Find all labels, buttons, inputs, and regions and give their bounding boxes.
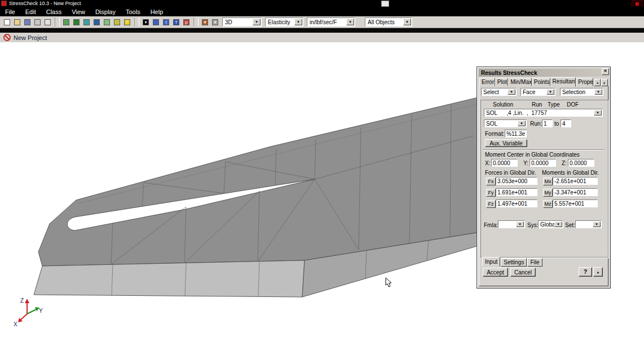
- cancel-button[interactable]: Cancel: [510, 268, 536, 277]
- objects-filter-combo[interactable]: All Objects ▼: [365, 17, 412, 26]
- section-tool-icon[interactable]: I: [161, 17, 171, 26]
- dropdown-arrow-icon[interactable]: ▼: [594, 89, 602, 95]
- dropdown-arrow-icon[interactable]: ▼: [403, 19, 411, 25]
- tab-file[interactable]: File: [527, 258, 542, 267]
- moment-x-field[interactable]: 0.0000: [491, 159, 518, 167]
- database-icon[interactable]: [92, 17, 102, 26]
- tab-error[interactable]: Error: [479, 78, 495, 86]
- mz-button[interactable]: Mz: [543, 200, 553, 208]
- open-file-icon[interactable]: [12, 17, 22, 26]
- dropdown-arrow-icon[interactable]: ▼: [253, 19, 261, 25]
- menu-class[interactable]: Class: [41, 8, 67, 15]
- project-tab-label[interactable]: New Project: [14, 34, 47, 41]
- dialog-title: Results StressCheck: [481, 70, 537, 76]
- text-tool-icon[interactable]: T: [171, 17, 181, 26]
- save-file-icon[interactable]: [23, 17, 32, 26]
- format-field[interactable]: %11.3e: [505, 130, 527, 138]
- my-field[interactable]: -3.347e+001: [553, 188, 598, 196]
- menu-edit[interactable]: Edit: [20, 8, 41, 15]
- formula-icon[interactable]: [112, 17, 122, 26]
- set-combo[interactable]: ▼: [575, 220, 602, 228]
- tab-properties[interactable]: Prope: [576, 78, 593, 86]
- toolbar-separator: [134, 17, 139, 26]
- fmla-combo[interactable]: ▼: [498, 220, 525, 228]
- my-button[interactable]: My: [543, 189, 553, 197]
- axis-label-y: Y: [39, 308, 43, 314]
- sol-combo[interactable]: SOL ▼: [484, 119, 527, 127]
- points-tool-icon[interactable]: p: [182, 17, 191, 26]
- select-mode-combo[interactable]: Select ▼: [481, 88, 517, 96]
- fy-button[interactable]: Fy: [486, 189, 496, 197]
- fx-field[interactable]: 3.053e+000: [496, 177, 537, 185]
- sys-combo[interactable]: Global ▼: [538, 220, 563, 228]
- selection-combo[interactable]: Selection ▼: [560, 88, 603, 96]
- help-button[interactable]: ?: [579, 267, 592, 277]
- new-file-icon[interactable]: [2, 17, 12, 26]
- model-info-icon[interactable]: [82, 17, 91, 26]
- dropdown-arrow-icon[interactable]: ▼: [294, 19, 302, 25]
- aux-variable-button[interactable]: Aux. Variable: [485, 139, 527, 147]
- moment-y-field[interactable]: 0.0000: [530, 159, 556, 167]
- print-icon[interactable]: [33, 17, 42, 26]
- moment-z-field[interactable]: 0.0000: [568, 159, 594, 167]
- tab-resultant[interactable]: Resultant: [550, 77, 576, 87]
- bottom-tab-strip: Input Settings File: [482, 257, 543, 267]
- mz-field[interactable]: 5.557e+001: [553, 199, 598, 207]
- fx-button[interactable]: Fx: [486, 178, 496, 185]
- project-tab-bar: New Project: [0, 33, 644, 43]
- draw-tool-icon[interactable]: [151, 17, 161, 26]
- tab-settings[interactable]: Settings: [501, 258, 527, 267]
- dropdown-arrow-icon[interactable]: ▼: [546, 89, 554, 95]
- menu-file[interactable]: File: [0, 8, 20, 15]
- options-icon[interactable]: ▾: [210, 17, 220, 26]
- export-db-icon[interactable]: [72, 17, 81, 26]
- run-to-field[interactable]: 4: [561, 119, 571, 127]
- dimension-combo[interactable]: 3D ▼: [222, 17, 262, 26]
- solution-combo[interactable]: SOL ,4 ,Lin. , 17757 ▼: [484, 109, 603, 117]
- color-swatch-icon[interactable]: ▾: [141, 17, 151, 26]
- refresh-icon[interactable]: [102, 17, 112, 26]
- discipline-combo[interactable]: Elasticity ▼: [265, 17, 303, 26]
- fz-field[interactable]: 1.497e+001: [496, 199, 537, 207]
- model-front-face: [34, 260, 305, 297]
- run-from-field[interactable]: 1: [542, 119, 553, 127]
- fz-button[interactable]: Fz: [486, 200, 496, 208]
- menu-display[interactable]: Display: [90, 8, 121, 15]
- titlebar-restore-button[interactable]: [381, 1, 389, 7]
- entity-combo[interactable]: Face ▼: [521, 88, 555, 96]
- window-titlebar[interactable]: StressCheck 10.3 - New Project: [0, 0, 644, 7]
- menu-help[interactable]: Help: [145, 8, 169, 15]
- dropdown-arrow-icon[interactable]: ▼: [593, 221, 601, 227]
- pin-button[interactable]: ▲: [593, 267, 603, 277]
- dropdown-arrow-icon[interactable]: ▼: [346, 19, 354, 25]
- tab-plot[interactable]: Plot: [495, 78, 508, 86]
- mx-field[interactable]: -2.651e+001: [553, 177, 598, 185]
- dropdown-arrow-icon[interactable]: ▼: [554, 221, 562, 227]
- axes-triad: Z Y X: [14, 298, 43, 327]
- tab-scroll-right-icon[interactable]: ▸: [601, 79, 608, 86]
- type-header: Type: [548, 101, 560, 108]
- dropdown-arrow-icon[interactable]: ▼: [516, 221, 524, 227]
- plot-tool-icon[interactable]: ▾: [200, 17, 210, 26]
- dialog-titlebar[interactable]: Results StressCheck: [479, 69, 608, 77]
- tab-input[interactable]: Input: [482, 257, 500, 267]
- dialog-close-button[interactable]: ✕: [602, 68, 609, 75]
- copy-icon[interactable]: [43, 17, 52, 26]
- units-combo[interactable]: in/lbf/sec/F ▼: [307, 17, 355, 26]
- menu-tools[interactable]: Tools: [121, 8, 145, 15]
- fmla-label: Fmla:: [484, 222, 498, 228]
- forces-label: Forces in Global Dir.: [485, 170, 536, 176]
- import-db-icon[interactable]: [61, 17, 71, 26]
- tab-scroll-left-icon[interactable]: ◂: [594, 79, 601, 86]
- moments-label: Moments in Global Dir.: [542, 170, 599, 176]
- dropdown-arrow-icon[interactable]: ▼: [518, 121, 526, 126]
- fy-field[interactable]: 1.691e+001: [496, 188, 537, 196]
- menu-view[interactable]: View: [67, 8, 90, 15]
- mx-button[interactable]: Mx: [543, 178, 553, 185]
- tab-points[interactable]: Points: [532, 78, 550, 86]
- accept-button[interactable]: Accept: [483, 268, 508, 277]
- dropdown-arrow-icon[interactable]: ▼: [594, 110, 602, 116]
- help-icon[interactable]: ?: [122, 17, 132, 26]
- dropdown-arrow-icon[interactable]: ▼: [508, 89, 515, 95]
- tab-minmax[interactable]: Min/Max: [508, 78, 532, 86]
